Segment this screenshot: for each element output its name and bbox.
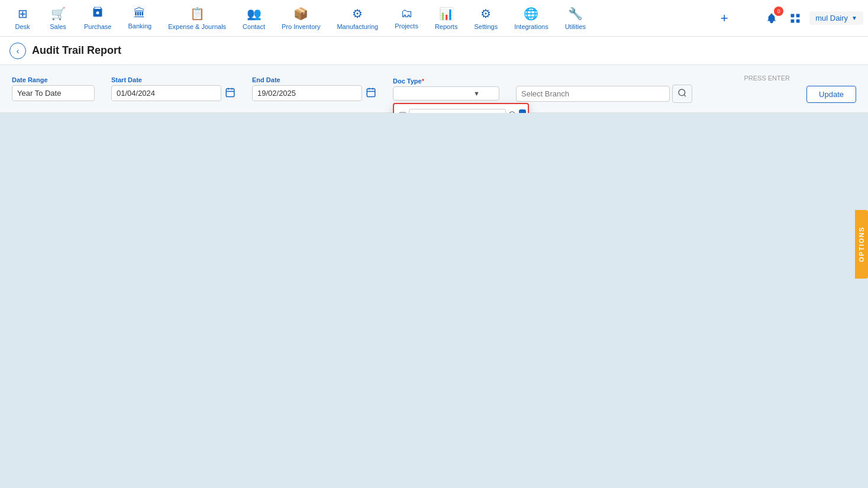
nav-expense[interactable]: 📋 Expense & Journals xyxy=(160,2,234,35)
start-date-label: Start Date xyxy=(111,76,235,83)
branch-field: PRESS ENTER xyxy=(516,75,790,103)
transfer-button[interactable] xyxy=(738,9,757,28)
svg-rect-3 xyxy=(796,19,800,22)
user-menu[interactable]: mul Dairy ▼ xyxy=(809,11,863,25)
date-range-row: Year To Date xyxy=(12,85,95,101)
date-range-select[interactable]: Year To Date xyxy=(12,85,95,101)
projects-icon: 🗂 xyxy=(401,7,412,20)
start-date-field: Start Date xyxy=(111,76,235,101)
user-name: mul Dairy xyxy=(815,14,848,22)
svg-rect-8 xyxy=(367,89,375,97)
reports-icon: 📊 xyxy=(439,7,454,21)
page-title: Audit Trail Report xyxy=(32,44,121,57)
doc-type-search-button[interactable] xyxy=(508,111,517,113)
branch-search-button[interactable] xyxy=(672,85,692,103)
purchase-icon xyxy=(92,6,104,21)
nav-sales[interactable]: 🛒 Sales xyxy=(40,2,76,35)
svg-rect-1 xyxy=(796,14,800,17)
nav-proinventory-label: Pro Inventory xyxy=(282,23,320,30)
update-button[interactable]: Update xyxy=(806,86,856,103)
date-range-label: Date Range xyxy=(12,76,95,83)
nav-manufacturing-label: Manufacturing xyxy=(337,23,378,30)
branch-input[interactable] xyxy=(516,86,670,102)
nav-utilities[interactable]: 🔧 Utilities xyxy=(557,2,594,35)
svg-rect-2 xyxy=(791,19,795,22)
add-button[interactable]: + xyxy=(715,9,734,28)
nav-contact-label: Contact xyxy=(243,23,265,30)
nav-contact[interactable]: 👥 Contact xyxy=(234,2,273,35)
top-navigation: ⊞ Desk 🛒 Sales Purchase 🏛 Banking 📋 Expe… xyxy=(0,0,868,37)
notification-button[interactable]: 0 xyxy=(762,9,781,28)
back-button[interactable]: ‹ xyxy=(9,43,26,59)
nav-integrations[interactable]: 🌐 Integrations xyxy=(506,2,556,35)
settings-icon: ⚙ xyxy=(480,7,491,21)
sales-icon: 🛒 xyxy=(51,7,66,21)
nav-settings[interactable]: ⚙ Settings xyxy=(466,2,506,35)
expense-icon: 📋 xyxy=(190,7,205,21)
doc-type-trigger[interactable]: ▼ xyxy=(393,86,499,101)
date-range-field: Date Range Year To Date xyxy=(12,76,95,101)
nav-desk[interactable]: ⊞ Desk xyxy=(5,2,40,35)
nav-banking[interactable]: 🏛 Banking xyxy=(120,2,160,34)
doc-type-label: Doc Type* xyxy=(393,77,499,85)
topnav-right: + 0 mul Dairy ▼ xyxy=(715,9,863,28)
nav-projects-label: Projects xyxy=(395,22,418,30)
end-date-calendar-icon[interactable] xyxy=(366,87,376,100)
doc-type-all-checkbox[interactable] xyxy=(399,111,406,114)
doc-type-search-row xyxy=(394,104,528,114)
doc-type-clear-button[interactable] xyxy=(519,109,526,114)
utilities-icon: 🔧 xyxy=(568,7,583,21)
nav-sales-label: Sales xyxy=(50,23,66,30)
nav-proinventory[interactable]: 📦 Pro Inventory xyxy=(273,2,328,35)
nav-items: ⊞ Desk 🛒 Sales Purchase 🏛 Banking 📋 Expe… xyxy=(5,1,715,35)
nav-reports-label: Reports xyxy=(435,23,458,30)
nav-expense-label: Expense & Journals xyxy=(168,23,226,30)
manufacturing-icon: ⚙ xyxy=(352,7,363,21)
start-date-input[interactable] xyxy=(111,85,221,101)
contact-icon: 👥 xyxy=(247,7,262,21)
nav-projects[interactable]: 🗂 Projects xyxy=(386,2,427,34)
nav-utilities-label: Utilities xyxy=(565,23,586,30)
notification-badge: 0 xyxy=(774,7,783,16)
doc-type-dropdown: Advance Receipt Other Receipt Ad-hoc Rec… xyxy=(393,103,529,114)
svg-line-17 xyxy=(684,95,686,96)
banking-icon: 🏛 xyxy=(134,7,146,20)
nav-desk-label: Desk xyxy=(15,23,30,30)
doc-type-chevron-icon: ▼ xyxy=(473,90,480,97)
end-date-input[interactable] xyxy=(252,85,362,101)
end-date-row xyxy=(252,85,376,101)
user-chevron-icon: ▼ xyxy=(851,15,857,21)
nav-reports[interactable]: 📊 Reports xyxy=(427,2,466,35)
start-date-calendar-icon[interactable] xyxy=(225,87,235,100)
svg-point-16 xyxy=(679,89,685,96)
end-date-label: End Date xyxy=(252,76,376,83)
page-header: ‹ Audit Trail Report xyxy=(0,37,868,65)
svg-point-12 xyxy=(509,112,515,113)
integrations-icon: 🌐 xyxy=(524,7,538,21)
branch-input-row xyxy=(516,85,790,103)
end-date-field: End Date xyxy=(252,76,376,101)
nav-purchase-label: Purchase xyxy=(84,23,111,30)
grid-button[interactable] xyxy=(786,9,805,28)
nav-manufacturing[interactable]: ⚙ Manufacturing xyxy=(328,2,386,35)
nav-integrations-label: Integrations xyxy=(514,23,548,30)
svg-rect-4 xyxy=(226,89,234,97)
nav-settings-label: Settings xyxy=(474,23,498,30)
start-date-row xyxy=(111,85,235,101)
nav-banking-label: Banking xyxy=(128,22,151,30)
press-enter-label: PRESS ENTER xyxy=(516,75,790,82)
proinventory-icon: 📦 xyxy=(293,7,308,21)
desk-icon: ⊞ xyxy=(18,7,28,21)
doc-type-field: Doc Type* ▼ Advance Receipt xyxy=(393,77,499,101)
svg-rect-0 xyxy=(791,14,795,17)
back-icon: ‹ xyxy=(17,46,20,56)
nav-purchase[interactable]: Purchase xyxy=(76,1,120,35)
doc-type-search-input[interactable] xyxy=(409,109,506,114)
filter-bar: Date Range Year To Date Start Date End D… xyxy=(0,65,868,113)
